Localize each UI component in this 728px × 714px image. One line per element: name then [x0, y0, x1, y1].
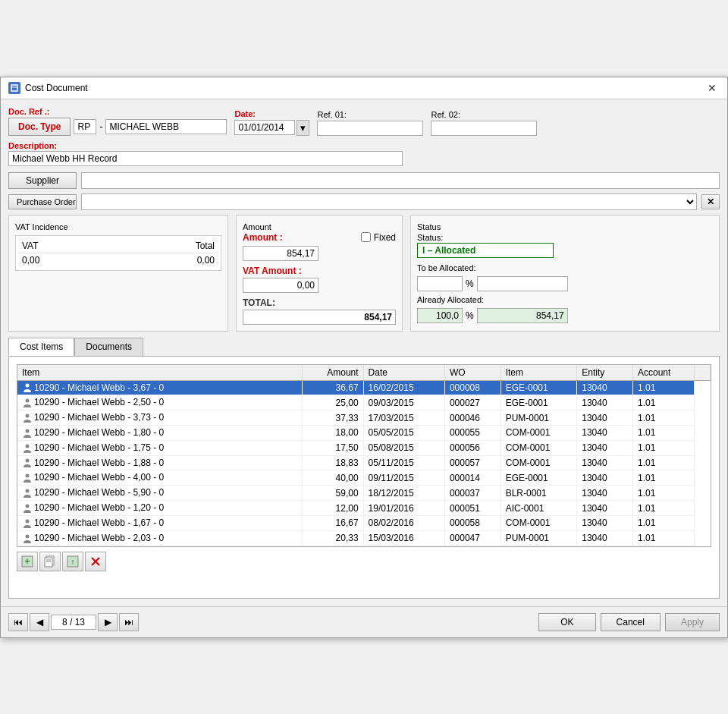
ref01-field[interactable] — [317, 121, 423, 136]
tab-cost-items[interactable]: Cost Items — [8, 338, 74, 356]
to-be-value-field[interactable] — [477, 276, 568, 291]
svg-point-3 — [26, 399, 30, 403]
close-button[interactable]: ✕ — [704, 82, 720, 94]
table-row[interactable]: 10290 - Michael Webb - 4,00 - 0 40,00 09… — [17, 470, 711, 486]
doc-name-field[interactable] — [105, 119, 227, 134]
cell-amount: 20,33 — [303, 530, 363, 546]
table-row[interactable]: 10290 - Michael Webb - 3,67 - 0 36,67 16… — [17, 380, 711, 395]
nav-first-button[interactable]: ⏮ — [8, 613, 28, 631]
purchase-order-clear-btn[interactable]: ✕ — [701, 194, 720, 209]
add-row-button[interactable]: + — [17, 552, 38, 571]
date-field[interactable] — [234, 120, 295, 135]
purchase-order-select[interactable] — [81, 193, 697, 210]
vat-col-total: Total — [115, 239, 218, 253]
cancel-button[interactable]: Cancel — [601, 613, 661, 631]
cell-wo: 000047 — [444, 530, 500, 546]
cell-amount: 40,00 — [303, 470, 363, 486]
table-row[interactable]: 10290 - Michael Webb - 2,03 - 0 20,33 15… — [17, 530, 711, 546]
cell-account: 1.01 — [633, 440, 694, 455]
nav-next-button[interactable]: ▶ — [98, 613, 118, 631]
vat-amount-field[interactable] — [243, 278, 318, 293]
cell-account: 1.01 — [633, 380, 694, 395]
table-row[interactable]: 10290 - Michael Webb - 1,88 - 0 18,83 05… — [17, 455, 711, 470]
tabs-row: Cost Items Documents — [8, 338, 720, 356]
person-icon — [22, 428, 33, 439]
cell-amount: 12,00 — [303, 501, 363, 516]
svg-rect-16 — [45, 558, 52, 567]
apply-button[interactable]: Apply — [665, 613, 720, 631]
cell-account: 1.01 — [633, 410, 694, 426]
person-icon — [22, 398, 33, 408]
total-field — [243, 310, 396, 325]
window-title: Cost Document — [25, 83, 88, 93]
cell-amount: 18,00 — [303, 425, 363, 440]
total-label: TOTAL: — [243, 297, 275, 308]
cell-item2: BLR-0001 — [500, 486, 577, 501]
already-allocated-label: Already Allocated: — [417, 295, 484, 304]
cell-item: 10290 - Michael Webb - 2,03 - 0 — [17, 530, 303, 546]
svg-point-7 — [26, 459, 30, 463]
doc-type-button[interactable]: Doc. Type — [8, 118, 71, 136]
status-section: Status Status: I – Allocated To be Alloc… — [410, 215, 720, 332]
cell-item: 10290 - Michael Webb - 2,50 - 0 — [17, 395, 303, 410]
svg-point-6 — [26, 444, 30, 448]
cell-item2: EGE-0001 — [500, 395, 577, 410]
date-dropdown-btn[interactable]: ▾ — [297, 120, 309, 136]
cell-account: 1.01 — [633, 425, 694, 440]
description-field[interactable] — [8, 151, 403, 166]
cell-entity: 13040 — [577, 440, 633, 455]
copy-row-button[interactable] — [39, 552, 61, 571]
cell-wo: 000058 — [444, 515, 500, 530]
status-value: I – Allocated — [417, 243, 554, 258]
nav-page-info: 8 / 13 — [51, 615, 96, 630]
cell-wo: 000046 — [444, 410, 500, 426]
vat-incidence-section: VAT Incidence VAT Total 0,00 0,0 — [8, 215, 228, 332]
cell-date: 05/08/2015 — [363, 440, 444, 455]
import-row-button[interactable]: ↑ — [62, 552, 83, 571]
svg-point-5 — [26, 429, 30, 432]
cell-amount: 37,33 — [303, 410, 363, 426]
cell-date: 05/05/2015 — [363, 425, 444, 440]
already-pct-symbol: % — [466, 310, 474, 321]
delete-row-button[interactable] — [85, 552, 106, 571]
table-row[interactable]: 10290 - Michael Webb - 1,75 - 0 17,50 05… — [17, 440, 711, 455]
svg-point-11 — [26, 519, 30, 523]
tab-documents[interactable]: Documents — [74, 338, 143, 356]
cost-document-window: Cost Document ✕ Doc. Ref .: Doc. Type - … — [0, 77, 728, 638]
nav-controls: ⏮ ◀ 8 / 13 ▶ ⏭ — [8, 613, 139, 631]
amount-value-field[interactable] — [243, 246, 318, 261]
vat-section-title: VAT Incidence — [15, 222, 68, 231]
cell-wo: 000014 — [444, 470, 500, 486]
col-date: Date — [363, 365, 444, 381]
svg-point-4 — [26, 414, 30, 417]
table-row[interactable]: 10290 - Michael Webb - 5,90 - 0 59,00 18… — [17, 486, 711, 501]
doc-prefix-field[interactable] — [74, 119, 96, 134]
nav-prev-button[interactable]: ◀ — [30, 613, 49, 631]
cell-item: 10290 - Michael Webb - 1,67 - 0 — [17, 515, 303, 530]
cell-item: 10290 - Michael Webb - 1,88 - 0 — [17, 455, 303, 470]
cell-date: 19/01/2016 — [363, 501, 444, 516]
supplier-field[interactable] — [81, 172, 720, 189]
table-row[interactable]: 10290 - Michael Webb - 2,50 - 0 25,00 09… — [17, 395, 711, 410]
cell-wo: 000051 — [444, 501, 500, 516]
cell-item2: COM-0001 — [500, 425, 577, 440]
ok-button[interactable]: OK — [538, 613, 595, 631]
person-icon — [22, 413, 33, 423]
supplier-button[interactable]: Supplier — [8, 172, 77, 189]
already-value-field[interactable] — [477, 308, 568, 323]
cell-amount: 17,50 — [303, 440, 363, 455]
cell-entity: 13040 — [577, 380, 633, 395]
to-be-pct-field[interactable] — [417, 276, 463, 291]
vat-row-total: 0,00 — [115, 253, 218, 267]
navigation-bar: ⏮ ◀ 8 / 13 ▶ ⏭ OK Cancel Apply — [1, 606, 727, 637]
table-row[interactable]: 10290 - Michael Webb - 1,67 - 0 16,67 08… — [17, 515, 711, 530]
fixed-checkbox[interactable] — [361, 232, 371, 242]
table-row[interactable]: 10290 - Michael Webb - 1,80 - 0 18,00 05… — [17, 425, 711, 440]
ref02-field[interactable] — [431, 121, 537, 136]
grid-toolbar: + ↑ — [17, 552, 711, 571]
table-row[interactable]: 10290 - Michael Webb - 1,20 - 0 12,00 19… — [17, 501, 711, 516]
table-row[interactable]: 10290 - Michael Webb - 3,73 - 0 37,33 17… — [17, 410, 711, 426]
nav-last-button[interactable]: ⏭ — [119, 613, 139, 631]
purchase-order-button[interactable]: Purchase Order — [8, 194, 77, 209]
already-pct-field[interactable] — [417, 308, 463, 323]
